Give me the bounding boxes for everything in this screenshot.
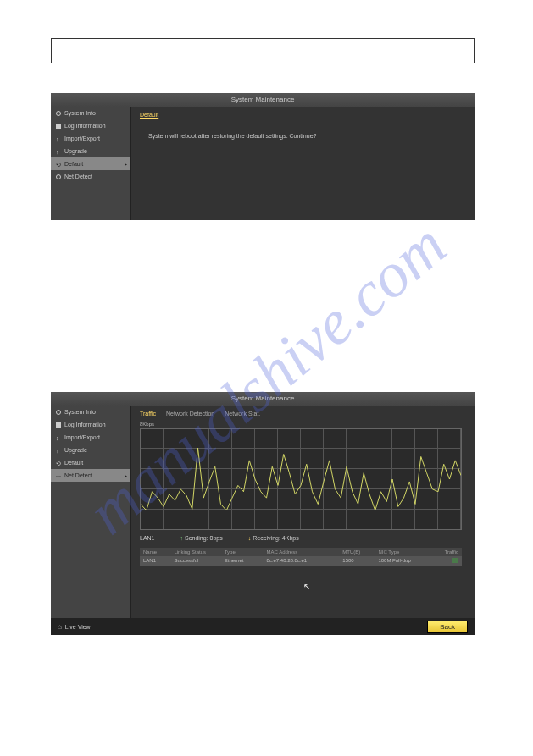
sidebar-item-import-export[interactable]: ↕ Import/Export <box>51 431 130 444</box>
th-mac: MAC Address <box>266 549 339 555</box>
home-icon <box>58 623 62 631</box>
panel-net-detect: System Maintenance System Info Log Infor… <box>51 392 475 635</box>
confirm-message: System will reboot after restoring the d… <box>140 124 466 147</box>
sidebar-item-label: System Info <box>64 409 96 415</box>
bps-label: 8Kbps <box>140 422 466 427</box>
sidebar: System Info Log Information ↕ Import/Exp… <box>51 406 131 618</box>
table-row[interactable]: LAN1 Successful Ethernet 8c:e7:48:28:8c:… <box>140 556 462 566</box>
network-icon <box>56 174 61 179</box>
default-icon: ⟲ <box>56 461 61 466</box>
document-icon <box>56 124 61 129</box>
title-bar: System Maintenance <box>51 93 475 107</box>
document-icon <box>56 422 61 428</box>
sidebar-item-default[interactable]: ⟲ Default <box>51 456 130 469</box>
th-type: Type <box>225 549 264 555</box>
sidebar-item-label: Net Detect <box>64 472 92 478</box>
td-nic: 100M Full-dup <box>378 558 430 564</box>
sidebar-item-system-info[interactable]: System Info <box>51 107 130 119</box>
sidebar-item-label: Import/Export <box>64 135 100 141</box>
top-rule-box <box>51 38 475 63</box>
circle-icon <box>56 410 61 415</box>
sidebar-item-log-information[interactable]: Log Information <box>51 119 130 132</box>
sidebar-item-upgrade[interactable]: Upgrade <box>51 444 130 456</box>
down-arrow-icon: ↓ <box>248 535 252 541</box>
sidebar-item-label: Log Information <box>64 422 106 428</box>
content-area: Traffic Network Detection Network Stat. … <box>131 406 475 618</box>
th-traffic: Traffic <box>434 549 458 555</box>
sidebar-item-net-detect[interactable]: Net Detect <box>51 469 130 482</box>
sidebar-item-upgrade[interactable]: Upgrade <box>51 145 130 157</box>
nic-table: Name Linking Status Type MAC Address MTU… <box>140 548 462 566</box>
page-heading: Default <box>140 112 466 118</box>
td-mtu: 1500 <box>342 558 375 564</box>
up-arrow-icon <box>56 448 61 453</box>
sidebar-item-default[interactable]: ⟲ Default <box>51 157 130 170</box>
sidebar-item-label: Upgrade <box>64 447 87 453</box>
stats-row: LAN1 ↑ Sending: 0bps ↓ Receiving: 4Kbps <box>140 535 466 541</box>
sidebar-item-label: Default <box>64 460 83 466</box>
sidebar-item-label: Net Detect <box>64 174 92 179</box>
cursor-icon: ↖ <box>303 582 310 591</box>
lan-label: LAN1 <box>140 535 155 541</box>
live-view-button[interactable]: Live View <box>58 623 91 631</box>
up-arrow-icon <box>56 149 61 154</box>
sending-stat: ↑ Sending: 0bps <box>180 535 223 541</box>
panel-default-settings: System Maintenance System Info Log Infor… <box>51 93 475 220</box>
traffic-indicator-icon <box>452 558 458 563</box>
content-area: Default System will reboot after restori… <box>131 107 475 220</box>
transfer-icon: ↕ <box>56 136 61 141</box>
tab-network-detection[interactable]: Network Detection <box>166 411 214 417</box>
up-arrow-icon: ↑ <box>180 535 184 541</box>
chart-svg <box>141 429 461 529</box>
transfer-icon: ↕ <box>56 435 61 440</box>
th-mtu: MTU(B) <box>342 549 375 555</box>
tab-traffic[interactable]: Traffic <box>140 411 156 417</box>
sidebar-item-system-info[interactable]: System Info <box>51 406 130 418</box>
sidebar-item-label: Log Information <box>64 123 106 129</box>
tab-network-stat[interactable]: Network Stat. <box>225 411 260 417</box>
th-nic: NIC Type <box>378 549 430 555</box>
sidebar-item-label: Default <box>64 161 83 167</box>
bottom-bar: Live View Back <box>51 618 475 635</box>
th-name: Name <box>143 549 170 555</box>
td-link: Successful <box>174 558 220 564</box>
back-button[interactable]: Back <box>427 621 468 633</box>
dots-icon <box>56 473 61 478</box>
sidebar-item-label: Import/Export <box>64 434 100 440</box>
receiving-stat: ↓ Receiving: 4Kbps <box>248 535 299 541</box>
sidebar: System Info Log Information ↕ Import/Exp… <box>51 107 131 220</box>
tabs: Traffic Network Detection Network Stat. <box>140 411 466 417</box>
circle-icon <box>56 111 61 116</box>
default-icon: ⟲ <box>56 162 61 167</box>
sidebar-item-net-detect[interactable]: Net Detect <box>51 170 130 183</box>
td-mac: 8c:e7:48:28:8c:e1 <box>266 558 339 564</box>
td-traffic <box>434 558 458 564</box>
title-bar: System Maintenance <box>51 392 475 406</box>
traffic-chart <box>140 428 462 530</box>
th-link: Linking Status <box>174 549 220 555</box>
sidebar-item-label: System Info <box>64 110 96 116</box>
chart-line <box>141 448 461 510</box>
sidebar-item-label: Upgrade <box>64 148 87 154</box>
sidebar-item-log-information[interactable]: Log Information <box>51 418 130 431</box>
sidebar-item-import-export[interactable]: ↕ Import/Export <box>51 132 130 145</box>
table-header: Name Linking Status Type MAC Address MTU… <box>140 548 462 556</box>
td-name: LAN1 <box>143 558 170 564</box>
td-type: Ethernet <box>225 558 264 564</box>
